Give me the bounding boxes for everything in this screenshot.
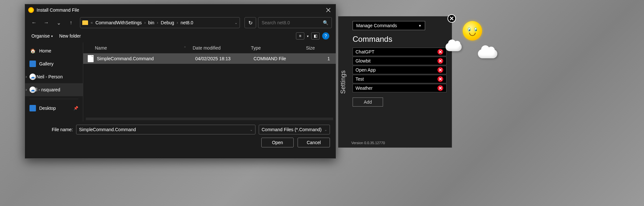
organise-menu[interactable]: Organise ▾ xyxy=(31,33,53,39)
chevron-down-icon: ⌄ xyxy=(324,128,327,132)
commands-list: ChatGPT Glowbit Open App Test Weather xyxy=(353,48,446,92)
filename-input[interactable]: SimpleCommand.Command ⌄ xyxy=(76,125,255,134)
file-icon xyxy=(88,55,94,62)
cloud-icon xyxy=(478,49,497,58)
refresh-button[interactable]: ↻ xyxy=(244,17,256,28)
up-button[interactable]: ↑ xyxy=(66,17,76,28)
file-date: 04/02/2025 18:13 xyxy=(195,56,254,61)
commands-header: Commands xyxy=(353,35,446,44)
back-button[interactable]: ← xyxy=(29,17,39,28)
col-label: Name xyxy=(95,45,107,51)
sidebar-label: Home xyxy=(39,48,51,53)
command-item[interactable]: Glowbit xyxy=(353,57,446,65)
pin-icon[interactable]: 📌 xyxy=(73,106,78,110)
command-item[interactable]: Open App xyxy=(353,66,446,74)
organise-label: Organise xyxy=(31,33,50,39)
chevron-down-icon[interactable]: ⌄ xyxy=(250,128,253,132)
manage-commands-select[interactable]: Manage Commands ▼ xyxy=(353,21,425,30)
settings-tab[interactable]: Settings xyxy=(338,17,347,147)
chevron-down-icon: ▼ xyxy=(418,24,422,28)
file-size: 1 xyxy=(305,56,333,61)
command-item[interactable]: ChatGPT xyxy=(353,48,446,56)
chevron-right-icon[interactable]: › xyxy=(26,74,27,79)
chevron-right-icon[interactable]: › xyxy=(26,87,27,92)
home-icon: 🏠 xyxy=(29,48,36,54)
body-area: 🏠 Home Gallery › ☁ Dr. Neil - Person › ☁… xyxy=(25,42,336,121)
command-label: ChatGPT xyxy=(356,49,374,54)
gallery-icon xyxy=(29,61,36,67)
new-folder-button[interactable]: New folder xyxy=(59,33,81,39)
cloud-icon xyxy=(446,43,462,51)
filename-value: SimpleCommand.Command xyxy=(79,127,136,132)
search-icon: 🔍 xyxy=(323,20,328,25)
command-label: Glowbit xyxy=(356,58,371,63)
file-row[interactable]: SimpleCommand.Command 04/02/2025 18:13 C… xyxy=(83,53,336,64)
cloud-icon: ☁ xyxy=(29,86,36,93)
column-header-row: Name ⌃ Date modified Type Size xyxy=(83,42,336,53)
app-icon xyxy=(28,7,34,13)
sidebar-item-desktop[interactable]: Desktop 📌 xyxy=(25,102,83,115)
chevron-down-icon[interactable]: ⌄ xyxy=(234,20,238,25)
column-type[interactable]: Type xyxy=(251,45,303,51)
forward-button[interactable]: → xyxy=(41,17,51,28)
sort-indicator-icon: ⌃ xyxy=(184,46,186,50)
crumb-0[interactable]: CommandWithSettings xyxy=(94,19,143,26)
sidebar-item-home[interactable]: 🏠 Home xyxy=(25,44,83,57)
folder-icon xyxy=(82,20,88,25)
sidebar-item-gallery[interactable]: Gallery xyxy=(25,57,83,70)
chevron-right-icon: › xyxy=(177,20,178,25)
chevron-down-icon: ▾ xyxy=(51,34,53,38)
sidebar-item-personal[interactable]: › ☁ Dr. Neil - Person xyxy=(25,70,83,83)
recent-dropdown[interactable]: ⌄ xyxy=(53,17,64,28)
window-title: Install Command File xyxy=(37,7,79,13)
delete-command-button[interactable] xyxy=(437,67,444,73)
sidebar-label: Gallery xyxy=(39,61,53,66)
divider xyxy=(29,99,78,99)
delete-command-button[interactable] xyxy=(437,58,444,64)
search-input[interactable] xyxy=(262,20,323,25)
column-date[interactable]: Date modified xyxy=(193,45,251,51)
horizontal-scrollbar[interactable] xyxy=(86,118,333,120)
settings-tab-label: Settings xyxy=(339,70,347,94)
chevron-down-icon[interactable]: ▾ xyxy=(307,34,309,38)
close-button[interactable] xyxy=(321,4,336,16)
column-name[interactable]: Name ⌃ xyxy=(86,45,193,51)
sidebar-item-nsquared[interactable]: › ☁ Neil - nsquared xyxy=(25,83,83,96)
breadcrumb-bar[interactable]: « CommandWithSettings › bin › Debug › ne… xyxy=(80,17,240,28)
command-item[interactable]: Weather xyxy=(353,84,446,92)
desktop-icon xyxy=(29,105,36,111)
sidebar-label: Desktop xyxy=(39,106,56,111)
file-open-dialog: Install Command File ← → ⌄ ↑ « CommandWi… xyxy=(25,4,336,159)
column-size[interactable]: Size xyxy=(303,45,333,51)
command-item[interactable]: Test xyxy=(353,75,446,83)
help-button[interactable]: ? xyxy=(322,32,329,40)
titlebar: Install Command File xyxy=(25,4,336,16)
delete-command-button[interactable] xyxy=(437,76,444,82)
manage-label: Manage Commands xyxy=(356,23,397,28)
preview-pane-button[interactable]: ◧ xyxy=(311,32,320,40)
nav-sidebar: 🏠 Home Gallery › ☁ Dr. Neil - Person › ☁… xyxy=(25,42,83,121)
cloud-icon: ☁ xyxy=(29,74,36,80)
new-folder-label: New folder xyxy=(59,33,81,39)
cancel-button[interactable]: Cancel xyxy=(298,138,330,147)
open-button[interactable]: Open xyxy=(261,138,294,147)
delete-command-button[interactable] xyxy=(437,49,444,55)
search-box[interactable]: 🔍 xyxy=(258,17,332,28)
close-settings-button[interactable] xyxy=(447,14,456,23)
command-label: Open App xyxy=(356,67,376,73)
toolbar: Organise ▾ New folder ≡ ▾ ◧ ? xyxy=(25,29,336,42)
nav-row: ← → ⌄ ↑ « CommandWithSettings › bin › De… xyxy=(25,16,336,29)
command-label: Test xyxy=(356,76,364,82)
file-list-area: Name ⌃ Date modified Type Size SimpleCom… xyxy=(83,42,336,121)
view-mode-button[interactable]: ≡ xyxy=(296,32,304,40)
file-filter-select[interactable]: Command Files (*.Command) ⌄ xyxy=(259,125,330,134)
sun-widget[interactable] xyxy=(460,18,485,43)
crumb-2[interactable]: Debug xyxy=(160,19,175,26)
chevron-right-icon: › xyxy=(157,20,158,25)
settings-panel: Settings Manage Commands ▼ Commands Chat… xyxy=(338,16,452,148)
crumb-3[interactable]: net8.0 xyxy=(179,19,195,26)
delete-command-button[interactable] xyxy=(437,85,444,91)
crumb-1[interactable]: bin xyxy=(147,19,156,26)
add-command-button[interactable]: Add xyxy=(353,97,383,107)
filename-label: File name: xyxy=(31,127,73,132)
